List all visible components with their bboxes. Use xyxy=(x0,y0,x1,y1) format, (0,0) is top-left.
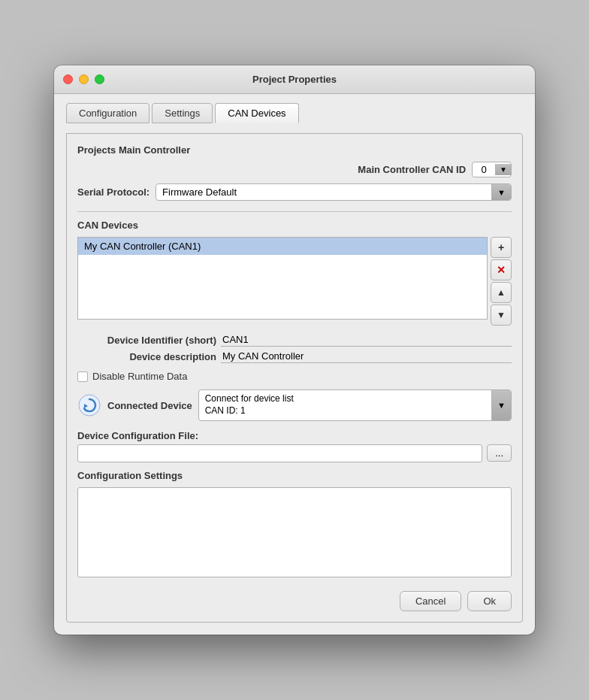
list-item[interactable]: My CAN Controller (CAN1) xyxy=(78,238,487,255)
titlebar-buttons xyxy=(63,74,104,84)
move-down-button[interactable]: ▼ xyxy=(491,305,512,326)
window-title: Project Properties xyxy=(252,74,337,85)
device-description-row: Device description xyxy=(77,350,512,363)
serial-protocol-row: Serial Protocol: Firmware Default ▼ xyxy=(77,183,512,201)
refresh-icon[interactable] xyxy=(77,393,101,417)
device-description-input[interactable] xyxy=(221,350,512,363)
connected-device-row: Connected Device Connect for device list… xyxy=(77,389,512,420)
add-device-button[interactable]: + xyxy=(491,237,512,258)
tab-panel: Projects Main Controller Main Controller… xyxy=(66,133,523,622)
config-settings-box xyxy=(77,487,512,577)
connected-device-label: Connected Device xyxy=(107,400,192,411)
tab-can-devices[interactable]: CAN Devices xyxy=(215,103,298,123)
list-action-buttons: + ✕ ▲ ▼ xyxy=(491,237,512,326)
config-file-input[interactable] xyxy=(77,444,482,462)
footer: Cancel Ok xyxy=(77,588,512,611)
close-button[interactable] xyxy=(63,74,73,84)
config-file-row: ... xyxy=(77,444,512,462)
tab-settings[interactable]: Settings xyxy=(152,103,213,123)
disable-runtime-label: Disable Runtime Data xyxy=(92,371,187,382)
serial-protocol-value: Firmware Default xyxy=(156,184,491,200)
device-identifier-row: Device Identifier (short) xyxy=(77,333,512,347)
can-id-select[interactable]: 0 ▼ xyxy=(472,162,512,177)
can-devices-list-container: My CAN Controller (CAN1) + ✕ ▲ ▼ xyxy=(77,237,512,326)
can-devices-section-title: CAN Devices xyxy=(77,220,512,231)
disable-runtime-row: Disable Runtime Data xyxy=(77,371,512,382)
window-content: Configuration Settings CAN Devices Proje… xyxy=(54,94,535,634)
can-id-dropdown-arrow[interactable]: ▼ xyxy=(495,164,511,175)
move-up-button[interactable]: ▲ xyxy=(491,282,512,303)
config-file-section: Device Configuration File: ... xyxy=(77,430,512,462)
device-identifier-label: Device Identifier (short) xyxy=(77,335,216,346)
tabs-container: Configuration Settings CAN Devices xyxy=(66,103,523,123)
can-id-value: 0 xyxy=(473,162,495,177)
ok-button[interactable]: Ok xyxy=(467,591,512,611)
serial-protocol-arrow[interactable]: ▼ xyxy=(491,184,511,200)
config-settings-title: Configuration Settings xyxy=(77,470,512,481)
device-fields: Device Identifier (short) Device descrip… xyxy=(77,333,512,363)
can-devices-section: CAN Devices My CAN Controller (CAN1) + ✕… xyxy=(77,220,512,326)
maximize-button[interactable] xyxy=(95,74,104,84)
serial-protocol-select[interactable]: Firmware Default ▼ xyxy=(156,183,512,201)
remove-device-button[interactable]: ✕ xyxy=(491,259,512,280)
disable-runtime-checkbox[interactable] xyxy=(77,371,88,382)
main-controller-section-title: Projects Main Controller xyxy=(77,144,512,156)
connected-device-value: Connect for device list CAN ID: 1 xyxy=(199,390,491,420)
titlebar: Project Properties xyxy=(54,65,535,94)
project-properties-window: Project Properties Configuration Setting… xyxy=(54,65,535,634)
can-id-row: Main Controller CAN ID 0 ▼ xyxy=(77,162,512,177)
tab-configuration[interactable]: Configuration xyxy=(66,103,150,123)
browse-button[interactable]: ... xyxy=(487,444,512,462)
cancel-button[interactable]: Cancel xyxy=(400,591,461,611)
connected-device-select[interactable]: Connect for device list CAN ID: 1 ▼ xyxy=(198,389,512,420)
config-settings-section: Configuration Settings xyxy=(77,470,512,577)
can-devices-list[interactable]: My CAN Controller (CAN1) xyxy=(77,237,488,320)
connected-device-arrow[interactable]: ▼ xyxy=(491,390,511,420)
divider-1 xyxy=(77,211,512,212)
config-file-label: Device Configuration File: xyxy=(77,430,512,441)
svg-point-0 xyxy=(79,395,100,416)
device-description-label: Device description xyxy=(77,351,216,362)
device-identifier-input[interactable] xyxy=(221,333,512,347)
serial-protocol-label: Serial Protocol: xyxy=(77,186,150,198)
can-id-label: Main Controller CAN ID xyxy=(358,164,466,175)
minimize-button[interactable] xyxy=(79,74,89,84)
